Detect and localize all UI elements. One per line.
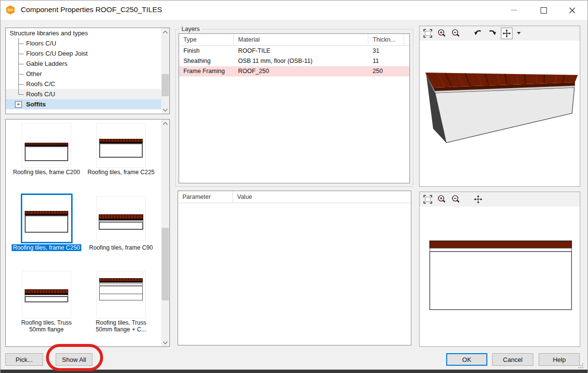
tile-layer-graphic [99, 278, 143, 283]
show-all-button[interactable]: Show All [56, 353, 92, 366]
thumbnail-label: Roofing tiles, Truss50mm flange [10, 319, 83, 333]
pan-icon[interactable] [473, 194, 483, 205]
zoom-extents-icon[interactable] [422, 194, 433, 205]
preview-2d-canvas[interactable] [420, 207, 580, 346]
orbit-icon[interactable] [501, 28, 513, 39]
tree-item-floors-cu[interactable]: Floors C/U [6, 38, 161, 48]
zoom-in-icon[interactable] [437, 28, 447, 39]
window-title: Component Properties ROOF_C250_TILES [21, 5, 162, 14]
scrollbar-thumb[interactable] [162, 74, 169, 96]
component-library-panel: Roofing tiles, frame C200 Roofing tiles,… [5, 119, 170, 347]
frame-layer-graphic [99, 286, 143, 294]
frame-layer2-graphic [99, 294, 143, 300]
tree-item-floors-cu-deep-joist[interactable]: Floors C/U Deep Joist [6, 48, 161, 59]
resize-grip[interactable] [577, 362, 583, 368]
tree-connector [18, 48, 24, 59]
library-item-frame-c200[interactable]: Roofing tiles, frame C200 [10, 123, 83, 176]
dropdown-arrow-icon[interactable] [516, 28, 522, 39]
scrollbar-thumb[interactable] [162, 228, 169, 300]
maximize-icon [541, 7, 547, 14]
tree-root[interactable]: Structure libraries and types [6, 28, 161, 38]
thumbnail[interactable] [22, 123, 71, 168]
library-item-frame-c225[interactable]: Roofing tiles, frame C225 [84, 123, 158, 176]
tree-item-soffits[interactable]: +Soffits [6, 99, 161, 109]
tile-layer-graphic [99, 139, 143, 143]
minimize-icon [511, 10, 517, 11]
maximize-button[interactable] [532, 0, 555, 20]
zoom-extents-icon[interactable] [422, 28, 433, 39]
preview-3d-panel [419, 26, 580, 187]
thumbnail-label: Roofing tiles, frame C200 [10, 169, 83, 176]
chevron-down-icon [163, 339, 168, 344]
cancel-button[interactable]: Cancel [492, 353, 533, 366]
frame-layer-graphic [25, 215, 68, 233]
chevron-up-icon [163, 122, 168, 127]
zoom-in-icon[interactable] [437, 194, 447, 205]
column-header-material[interactable]: Material [234, 34, 368, 45]
thumbnail-label: Roofing tiles, frame C250 [10, 244, 83, 251]
structure-tree-panel: Structure libraries and types Floors C/U… [5, 28, 170, 114]
library-item-frame-c90[interactable]: Roofing tiles, frame C90 [84, 194, 158, 251]
chevron-up-icon [163, 30, 168, 35]
parameters-table: Parameter Value [178, 191, 411, 345]
help-button[interactable]: Help [539, 353, 580, 366]
tree-item-roofs-cu[interactable]: Roofs C/U [6, 89, 161, 99]
roof-section-render [420, 207, 580, 346]
layer-row-finish[interactable]: Finish ROOF-TILE 31 [179, 46, 409, 56]
frame-layer-graphic [99, 222, 143, 230]
column-header-thickness[interactable]: Thickn... [368, 34, 404, 45]
close-icon [569, 7, 575, 14]
tree-item-gable-ladders[interactable]: Gable Ladders [6, 59, 161, 69]
zoom-out-icon[interactable] [451, 28, 461, 39]
thumbnail[interactable] [96, 123, 146, 168]
library-item-truss-50mm[interactable]: Roofing tiles, Truss50mm flange [10, 271, 83, 333]
preview-2d-panel [419, 192, 580, 347]
frame-layer-graphic [25, 146, 68, 161]
close-button[interactable] [561, 0, 583, 20]
tree-scrollbar[interactable] [161, 28, 169, 114]
component-properties-dialog: BD Component Properties ROOF_C250_TILES … [0, 0, 588, 373]
tree-item-roofs-cc[interactable]: Roofs C/C [6, 79, 161, 89]
tree-connector [18, 69, 24, 79]
app-icon: BD [6, 5, 15, 15]
scroll-down-button[interactable] [161, 338, 169, 346]
thumbnail-label: Roofing tiles, frame C225 [84, 169, 158, 176]
thumbnail-selected[interactable] [21, 194, 73, 243]
tile-layer-graphic [25, 143, 68, 146]
tree-connector [18, 89, 24, 99]
column-header-parameter[interactable]: Parameter [178, 191, 233, 203]
tree-item-other[interactable]: Other [6, 69, 161, 79]
column-header-type[interactable]: Type [179, 34, 234, 45]
thumbnail[interactable] [96, 196, 146, 241]
frame-layer-graphic [25, 296, 68, 302]
minimize-button[interactable] [503, 0, 525, 20]
expand-icon[interactable]: + [15, 101, 22, 108]
preview-3d-canvas[interactable] [420, 41, 580, 186]
tile-layer-graphic [25, 211, 68, 215]
scroll-down-button[interactable] [161, 105, 169, 114]
layers-table-header: Type Material Thickn... [179, 34, 409, 46]
rotate-right-icon[interactable] [487, 28, 498, 39]
preview-3d-toolbar [420, 26, 580, 41]
chevron-down-icon [163, 106, 168, 111]
library-item-truss-50mm-plus-c[interactable]: Roofing tiles, Truss50mm flange + C... [84, 271, 158, 333]
zoom-out-icon[interactable] [451, 194, 461, 205]
titlebar: BD Component Properties ROOF_C250_TILES [0, 0, 588, 20]
rotate-left-icon[interactable] [473, 28, 483, 39]
layers-group: Layers Type Material Thickn... Finish RO… [175, 29, 413, 187]
tile-layer-graphic [99, 214, 143, 220]
scroll-up-button[interactable] [161, 28, 169, 36]
layer-row-frame-framing[interactable]: Frame Framing ROOF_250 250 [179, 66, 409, 76]
layers-group-label: Layers [180, 26, 202, 32]
pick-button[interactable]: Pick... [5, 353, 43, 366]
background-window-edge [0, 370, 588, 373]
scroll-up-button[interactable] [161, 119, 169, 128]
library-scrollbar[interactable] [161, 119, 169, 346]
library-item-frame-c250[interactable]: Roofing tiles, frame C250 [10, 194, 83, 251]
ok-button[interactable]: OK [446, 353, 487, 366]
thumbnail[interactable] [22, 271, 71, 318]
thumbnail[interactable] [96, 271, 146, 318]
layers-table: Type Material Thickn... Finish ROOF-TILE… [179, 33, 410, 183]
column-header-value[interactable]: Value [233, 191, 411, 203]
layer-row-sheathing[interactable]: Sheathing OSB 11 mm, floor (OSB-11) 11 [179, 56, 409, 66]
